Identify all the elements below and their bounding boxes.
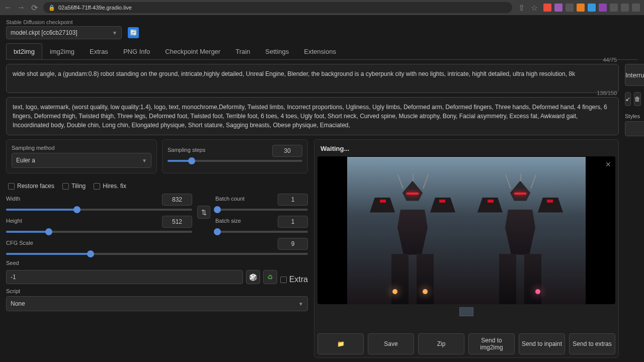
styles-label: Styles — [625, 113, 644, 119]
back-icon[interactable]: ← — [4, 4, 12, 12]
arrow-button[interactable]: ↙ — [625, 92, 631, 106]
tab-settings[interactable]: Settings — [258, 43, 296, 59]
batch-count-input[interactable]: 1 — [278, 194, 308, 206]
checkpoint-label: Stable Diffusion checkpoint — [6, 19, 122, 25]
lock-icon: 🔒 — [48, 5, 55, 11]
sampling-method-select[interactable]: Euler a ▼ — [12, 153, 151, 168]
output-image-area: ✕ — [317, 156, 615, 304]
batch-count-label: Batch count — [215, 196, 245, 202]
height-label: Height — [6, 218, 22, 224]
height-slider[interactable] — [6, 231, 192, 233]
width-input[interactable]: 832 — [162, 194, 192, 206]
extension-icons — [543, 4, 640, 12]
chevron-down-icon: ▼ — [112, 30, 117, 36]
reuse-seed-button[interactable]: ♻ — [263, 270, 277, 284]
close-icon[interactable]: ✕ — [605, 160, 611, 168]
sampling-method-label: Sampling method — [12, 145, 151, 151]
styles-select[interactable]: ▼ — [625, 121, 644, 136]
save-button[interactable]: Save — [368, 333, 414, 354]
main-tabs: txt2img img2img Extras PNG Info Checkpoi… — [6, 43, 638, 60]
seed-input[interactable]: -1 — [6, 270, 243, 284]
seed-label: Seed — [6, 260, 308, 266]
tab-pnginfo[interactable]: PNG Info — [116, 43, 157, 59]
ext-icon[interactable] — [543, 4, 551, 12]
script-select[interactable]: None ▼ — [6, 296, 308, 311]
sampling-steps-label: Sampling steps — [168, 147, 205, 153]
puzzle-icon[interactable] — [610, 4, 618, 12]
extra-checkbox[interactable]: Extra — [280, 275, 308, 284]
tab-train[interactable]: Train — [228, 43, 258, 59]
ext-icon[interactable] — [588, 4, 596, 12]
hires-fix-checkbox[interactable]: Hires. fix — [94, 183, 126, 190]
batch-size-input[interactable]: 1 — [278, 216, 308, 228]
send-inpaint-button[interactable]: Send to inpaint — [519, 333, 565, 354]
open-folder-button[interactable]: 📁 — [317, 333, 364, 354]
batch-size-label: Batch size — [215, 218, 241, 224]
prompt-counter: 44/75 — [603, 57, 617, 63]
browser-bar: ← → ⟳ 🔒 02a56ff4-71ff-439e.gradio.live ⇧… — [0, 0, 644, 15]
chevron-down-icon: ▼ — [298, 301, 303, 307]
url-bar[interactable]: 🔒 02a56ff4-71ff-439e.gradio.live — [43, 2, 512, 13]
prompt-input[interactable]: wide shot angle, a (gundam:0.8) robot st… — [6, 64, 619, 93]
checkpoint-select[interactable]: model.ckpt [cc6cb27103] ▼ — [6, 26, 122, 39]
swap-dimensions-button[interactable]: ⇅ — [197, 206, 210, 219]
cfg-scale-input[interactable]: 9 — [278, 238, 308, 250]
tab-checkpoint-merger[interactable]: Checkpoint Merger — [157, 43, 228, 59]
width-slider[interactable] — [6, 209, 192, 211]
negative-prompt-input[interactable]: text, logo, watermark, (worst quality, l… — [6, 97, 619, 135]
thumbnail[interactable] — [459, 307, 473, 316]
tab-txt2img[interactable]: txt2img — [6, 43, 42, 59]
width-label: Width — [6, 196, 20, 202]
refresh-checkpoint-button[interactable]: 🔄 — [128, 27, 139, 38]
star-icon[interactable]: ☆ — [530, 4, 538, 12]
generated-image[interactable] — [347, 157, 586, 304]
cfg-scale-slider[interactable] — [6, 253, 308, 255]
clear-button[interactable]: 🗑 — [634, 92, 641, 106]
random-seed-button[interactable]: 🎲 — [246, 270, 260, 284]
tab-extensions[interactable]: Extensions — [296, 43, 344, 59]
tab-img2img[interactable]: img2img — [42, 43, 82, 59]
restore-faces-checkbox[interactable]: Restore faces — [8, 183, 54, 190]
output-panel: Waiting... ✕ — [314, 139, 619, 358]
send-img2img-button[interactable]: Send to img2img — [468, 333, 515, 354]
tab-extras[interactable]: Extras — [82, 43, 116, 59]
batch-size-slider[interactable] — [215, 231, 308, 233]
share-icon[interactable]: ⇧ — [517, 4, 525, 12]
menu-icon[interactable] — [632, 4, 640, 12]
url-text: 02a56ff4-71ff-439e.gradio.live — [58, 5, 132, 11]
ext-icon[interactable] — [554, 4, 562, 12]
script-label: Script — [6, 288, 308, 294]
ext-icon[interactable] — [566, 4, 574, 12]
zip-button[interactable]: Zip — [418, 333, 464, 354]
tiling-checkbox[interactable]: Tiling — [62, 183, 86, 190]
height-input[interactable]: 512 — [162, 216, 192, 228]
batch-count-slider[interactable] — [215, 209, 308, 211]
thumbnail-strip — [317, 307, 615, 316]
cfg-scale-label: CFG Scale — [6, 240, 33, 246]
sampling-steps-input[interactable]: 30 — [272, 145, 302, 157]
interrupt-button[interactable]: Interrupt — [625, 64, 644, 86]
neg-prompt-counter: 138/150 — [597, 90, 617, 96]
ext-icon[interactable] — [599, 4, 607, 12]
reload-icon[interactable]: ⟳ — [30, 4, 38, 12]
output-status: Waiting... — [317, 143, 615, 154]
chevron-down-icon: ▼ — [142, 158, 147, 163]
panel-icon[interactable] — [621, 4, 629, 12]
send-extras-button[interactable]: Send to extras — [569, 333, 615, 354]
ext-icon[interactable] — [577, 4, 585, 12]
forward-icon[interactable]: → — [17, 4, 25, 12]
sampling-steps-slider[interactable] — [168, 160, 302, 162]
